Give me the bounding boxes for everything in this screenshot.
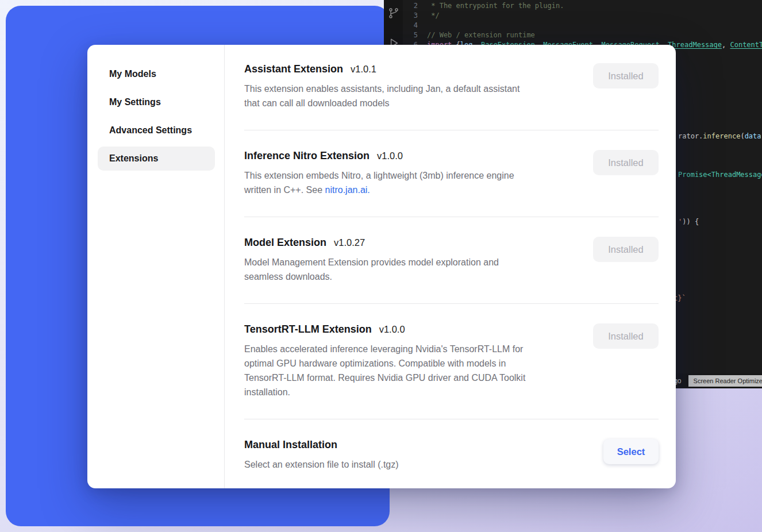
sidebar-item-my-settings[interactable]: My Settings [98, 90, 215, 114]
code-line: 3 */ [403, 11, 762, 21]
settings-sidebar: My Models My Settings Advanced Settings … [87, 45, 225, 488]
extension-description: Model Management Extension provides mode… [244, 255, 584, 284]
select-file-button[interactable]: Select [603, 439, 659, 464]
extension-item-tensorrt-llm: TensortRT-LLM Extension v1.0.0 Enables a… [244, 304, 659, 419]
sidebar-item-extensions[interactable]: Extensions [98, 147, 215, 171]
line-number: 3 [403, 11, 427, 21]
code-line: 4 [403, 21, 762, 30]
code-fragment: ')) { [678, 218, 699, 226]
code-fragment: rator.inference(data)); [678, 132, 762, 140]
extension-version: v1.0.1 [351, 64, 376, 75]
extension-description: Select an extension file to install (.tg… [244, 457, 594, 472]
line-number: 4 [403, 21, 427, 30]
extension-title: Model Extension [244, 237, 326, 249]
line-number: 2 [403, 1, 427, 11]
extension-item-manual-installation: Manual Installation Select an extension … [244, 419, 659, 472]
extension-title: Assistant Extension [244, 63, 343, 75]
screen-reader-status-chip[interactable]: Screen Reader Optimize [688, 375, 762, 387]
extension-version: v1.0.0 [379, 324, 405, 335]
installed-button[interactable]: Installed [593, 323, 659, 349]
line-number: 5 [403, 30, 427, 40]
extension-description: Enables accelerated inference leveraging… [244, 342, 584, 399]
editor-code-area: 2 * The entrypoint for the plugin. 3 */ … [403, 1, 762, 50]
installed-button[interactable]: Installed [593, 237, 659, 262]
extension-title: TensortRT-LLM Extension [244, 323, 372, 336]
extension-title: Inference Nitro Extension [244, 150, 370, 162]
extension-item-assistant: Assistant Extension v1.0.1 This extensio… [244, 63, 659, 130]
code-fragment: Promise<ThreadMessage> [678, 171, 762, 179]
extension-item-inference-nitro: Inference Nitro Extension v1.0.0 This ex… [244, 130, 659, 217]
extension-description: This extension enables assistants, inclu… [244, 82, 584, 110]
extension-version: v1.0.27 [334, 237, 365, 248]
source-control-icon[interactable] [388, 7, 399, 22]
installed-button[interactable]: Installed [593, 150, 659, 175]
nitro-jan-ai-link[interactable]: nitro.jan.ai. [325, 185, 370, 195]
extensions-list: Assistant Extension v1.0.1 This extensio… [225, 45, 676, 488]
extension-item-model: Model Extension v1.0.27 Model Management… [244, 217, 659, 304]
extension-title: Manual Installation [244, 439, 337, 451]
installed-button[interactable]: Installed [593, 63, 659, 88]
code-line: 2 * The entrypoint for the plugin. [403, 1, 762, 11]
extension-version: v1.0.0 [377, 151, 403, 161]
sidebar-item-my-models[interactable]: My Models [98, 62, 215, 86]
sidebar-item-advanced-settings[interactable]: Advanced Settings [98, 118, 215, 142]
extension-description: This extension embeds Nitro, a lightweig… [244, 168, 584, 197]
code-line: 5 // Web / extension runtime [403, 30, 762, 40]
extensions-settings-modal: My Models My Settings Advanced Settings … [87, 45, 676, 488]
